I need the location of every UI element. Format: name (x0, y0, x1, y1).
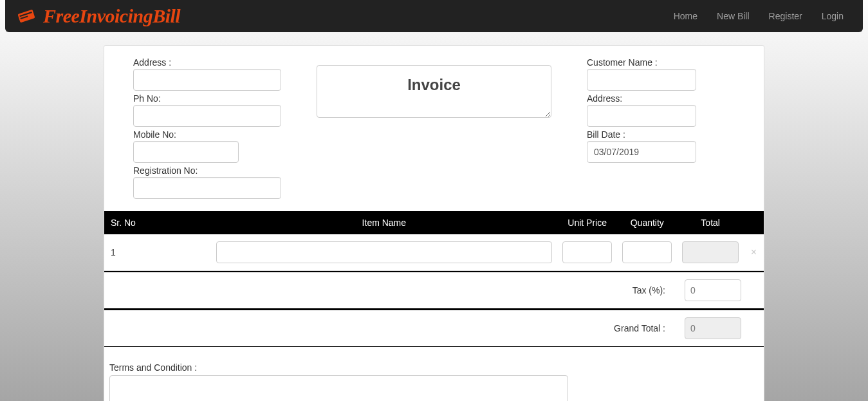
th-item: Item Name (211, 211, 557, 234)
brand-text: FreeInvoicingBill (43, 5, 180, 27)
customer-address-input[interactable] (587, 105, 696, 127)
tax-input[interactable] (685, 279, 741, 301)
terms-section: Terms and Condition : (104, 347, 764, 401)
logo-icon (15, 8, 38, 24)
invoice-container: Address : Ph No: Mobile No: Registration… (104, 45, 764, 401)
seller-phone-input[interactable] (133, 105, 281, 127)
th-srno: Sr. No (104, 211, 211, 234)
terms-label: Terms and Condition : (109, 362, 759, 373)
customer-address-label: Address: (587, 93, 735, 104)
table-header-row: Sr. No Item Name Unit Price Quantity Tot… (104, 211, 764, 234)
nav-login[interactable]: Login (812, 1, 853, 31)
invoice-title-input[interactable]: Invoice (317, 65, 551, 118)
table-row: 1 × (104, 234, 764, 271)
seller-column: Address : Ph No: Mobile No: Registration… (133, 57, 281, 201)
seller-reg-input[interactable] (133, 177, 281, 199)
navbar: FreeInvoicingBill Home New Bill Register… (5, 0, 863, 32)
customer-name-input[interactable] (587, 69, 696, 91)
cell-srno: 1 (104, 234, 211, 271)
delete-row-icon[interactable]: × (744, 234, 764, 271)
grand-total-input (685, 317, 741, 339)
grand-total-row: Grand Total : (104, 309, 764, 347)
nav-home[interactable]: Home (664, 1, 707, 31)
seller-mobile-label: Mobile No: (133, 129, 281, 140)
grand-total-label: Grand Total : (614, 323, 665, 333)
seller-reg-label: Registration No: (133, 165, 281, 176)
center-column: Invoice (307, 57, 561, 201)
customer-name-label: Customer Name : (587, 57, 735, 68)
seller-address-label: Address : (133, 57, 281, 68)
tax-label: Tax (%): (633, 285, 665, 295)
terms-textarea[interactable] (109, 375, 568, 401)
unit-price-input[interactable] (562, 241, 612, 263)
bill-date-input[interactable] (587, 141, 696, 163)
th-price: Unit Price (557, 211, 617, 234)
bill-date-label: Bill Date : (587, 129, 735, 140)
seller-phone-label: Ph No: (133, 93, 281, 104)
nav-right: Home New Bill Register Login (664, 1, 853, 31)
quantity-input[interactable] (622, 241, 672, 263)
items-table: Sr. No Item Name Unit Price Quantity Tot… (104, 211, 764, 271)
brand-link[interactable]: FreeInvoicingBill (15, 5, 180, 27)
row-total-input (682, 241, 739, 263)
tax-row: Tax (%): (104, 271, 764, 309)
nav-register[interactable]: Register (759, 1, 812, 31)
th-delete (744, 211, 764, 234)
seller-address-input[interactable] (133, 69, 281, 91)
seller-mobile-input[interactable] (133, 141, 239, 163)
top-section: Address : Ph No: Mobile No: Registration… (104, 46, 764, 211)
th-total: Total (677, 211, 744, 234)
th-qty: Quantity (617, 211, 677, 234)
nav-newbill[interactable]: New Bill (707, 1, 759, 31)
item-name-input[interactable] (216, 241, 552, 263)
customer-column: Customer Name : Address: Bill Date : (587, 57, 735, 201)
